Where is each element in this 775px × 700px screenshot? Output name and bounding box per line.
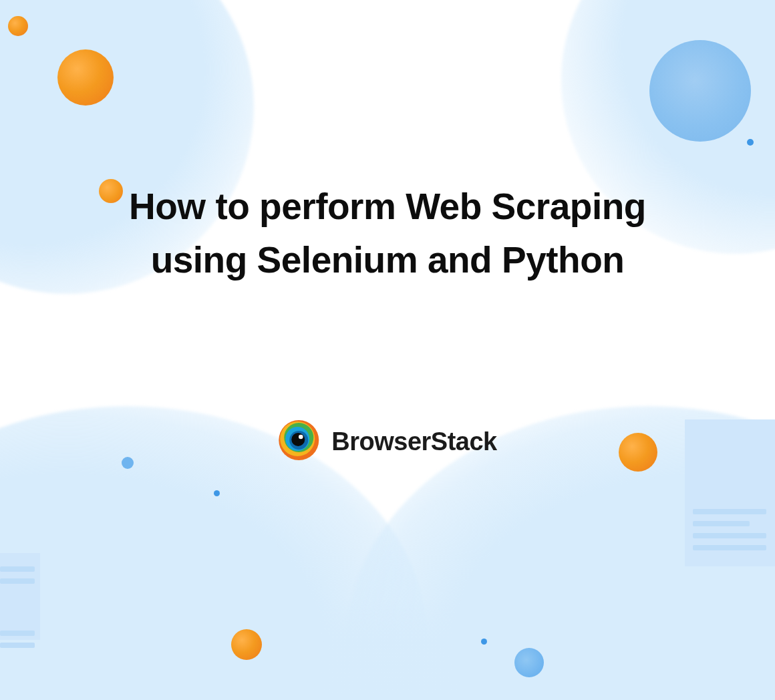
decorative-circle-icon <box>619 433 657 472</box>
brand-name: BrowserStack <box>331 427 496 456</box>
decorative-dot-icon <box>481 639 487 645</box>
decorative-circle-icon <box>8 16 28 36</box>
brand-row: BrowserStack <box>278 419 496 464</box>
background-band <box>0 600 775 700</box>
banner-canvas: How to perform Web Scraping using Seleni… <box>0 0 775 700</box>
decorative-circle-icon <box>57 49 114 106</box>
document-shape-icon <box>685 419 775 566</box>
svg-point-6 <box>299 435 303 440</box>
decorative-circle-icon <box>231 629 262 660</box>
svg-point-5 <box>291 433 305 446</box>
decorative-dot-icon <box>747 139 754 146</box>
document-shape-icon <box>0 553 40 640</box>
decorative-circle-icon <box>514 648 544 677</box>
decorative-circle-icon <box>649 40 751 142</box>
banner-title: How to perform Web Scraping using Seleni… <box>94 180 681 287</box>
decorative-dot-icon <box>122 457 134 469</box>
decorative-dot-icon <box>214 490 220 496</box>
browserstack-logo-icon <box>278 419 319 464</box>
